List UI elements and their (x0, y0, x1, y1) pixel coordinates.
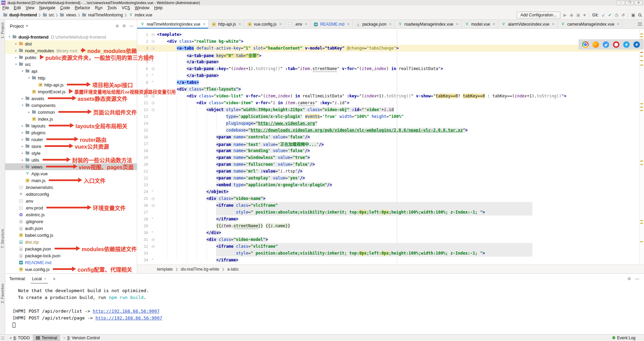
chevron-right-icon[interactable]: ▸ (14, 56, 18, 59)
tool-window-switcher-icon[interactable] (1, 336, 4, 340)
editor-tab-roadwayManage-index.vue[interactable]: VroadwayManage\index.vue✕ (395, 20, 462, 28)
chevron-right-icon[interactable]: ▸ (27, 110, 31, 114)
close-icon[interactable]: ✕ (279, 22, 282, 26)
code-line[interactable]: 25 <div class="video-name"> (137, 195, 639, 202)
code-line[interactable]: 27 style=" position:absolute;visibility:… (137, 209, 639, 216)
tree-item-vue.config.js[interactable]: JSvue.config.jsconfig配置、代理相关 (5, 266, 137, 273)
menu-code[interactable]: Code (58, 5, 72, 10)
code-breadcrumb-item[interactable]: template (157, 267, 173, 272)
tree-item-.env.prod[interactable]: .env.prod环境变量文件 (5, 204, 137, 211)
code-line[interactable]: 29 {{item.streetName}} {{i.name}} (137, 222, 639, 229)
tree-item-index.js[interactable]: JSindex.js (5, 115, 137, 122)
tab-list-button[interactable] (638, 20, 644, 28)
code-line[interactable]: 34^ </iframe> (137, 257, 639, 263)
safari-browser-icon[interactable] (603, 41, 609, 48)
code-line[interactable]: 23 <embed type="application/x-google-vlc… (137, 181, 639, 188)
fold-marker-icon[interactable] (152, 204, 157, 207)
code-line[interactable]: 8^ </a-tabs> (137, 79, 639, 86)
chevron-right-icon[interactable]: ▸ (14, 42, 18, 45)
menu-refactor[interactable]: Refactor (72, 5, 92, 10)
chevron-down-icon[interactable]: ▾ (7, 35, 12, 39)
code-line[interactable]: 13 type='application/x-vlc-plugin' event… (137, 113, 639, 120)
debug-icon[interactable]: ◉ (570, 13, 573, 17)
fold-marker-icon[interactable]: ^ (152, 74, 157, 77)
tree-item-.gitignore[interactable]: ⊘.gitignore (5, 218, 137, 225)
fold-marker-icon[interactable] (152, 197, 157, 200)
tree-item-babel.config.js[interactable]: JSbabel.config.js (5, 232, 137, 238)
tree-item-dist[interactable]: ▸dist (5, 40, 137, 47)
close-icon[interactable]: ✕ (238, 22, 241, 26)
tree-item-components[interactable]: ▾components (5, 102, 137, 109)
code-line[interactable]: 19 <param name="windowless" value="true"… (137, 154, 639, 161)
code-line[interactable]: 5^ </a-tab-pane> (137, 58, 639, 65)
tree-item-importExcel.js[interactable]: JSimportExcel.js暴露环境变量地址给图片or视频资源路径变量引用 (5, 88, 137, 95)
fold-marker-icon[interactable] (152, 238, 157, 241)
breadcrumb-item-views[interactable]: views (59, 13, 76, 17)
terminal-tab-local[interactable]: Local ✕ (31, 274, 48, 284)
chevron-down-icon[interactable]: ▾ (20, 104, 25, 107)
code-line[interactable]: 20 <param name='fullscreen' value='false… (137, 161, 639, 168)
maximize-button[interactable]: ❐ (626, 1, 634, 5)
menu-navigate[interactable]: Navigate (37, 5, 58, 10)
code-line[interactable]: 22 <param name='autoplay' value='yes'/> (137, 175, 639, 181)
close-icon[interactable]: ✕ (456, 22, 458, 26)
fold-marker-icon[interactable] (152, 245, 157, 248)
tree-item-layouts[interactable]: ▸layoutslayouts全局布局相关 (5, 122, 137, 129)
code-line[interactable]: 18 <param name='branding' value='false'/… (137, 147, 639, 154)
breadcrumb-item-index.vue[interactable]: Vindex.vue (128, 13, 152, 17)
git-commit-icon[interactable]: ✔ (608, 13, 612, 17)
chevron-right-icon[interactable]: ▸ (20, 97, 25, 100)
tool-window-structure[interactable]: 7: Structure (0, 229, 4, 248)
tree-item-dist.zip[interactable]: dist.zip (5, 238, 137, 245)
git-history-icon[interactable]: ◷ (615, 13, 618, 17)
code-line[interactable]: 30^ </div> (137, 229, 639, 236)
code-line[interactable]: 7^ </a-tab-pane> (137, 72, 639, 79)
close-icon[interactable]: ✕ (347, 22, 349, 26)
fold-marker-icon[interactable]: ^ (152, 81, 157, 84)
tool-window-project[interactable]: 1: Project (0, 23, 4, 38)
tree-item-common[interactable]: ▸common页面公共组件文件 (5, 109, 137, 115)
tree-item-.env[interactable]: .env (5, 197, 137, 204)
close-icon[interactable]: ✕ (44, 277, 46, 281)
tree-item-duoji-frontend[interactable]: ▾duoji-frontendD:\zheheWeb\duoji-fronten… (5, 33, 137, 40)
menu-tools[interactable]: Tools (105, 5, 119, 10)
code-line[interactable]: 10 <div class="video-list" v-for="(item,… (137, 93, 639, 99)
tree-item-plugins[interactable]: ▸plugins (5, 129, 137, 136)
minimize-button[interactable]: – (617, 1, 625, 5)
fold-marker-icon[interactable] (152, 33, 157, 36)
tool-window-favorites[interactable]: 2: Favorites (0, 284, 4, 303)
tree-item-http[interactable]: ▾http (5, 74, 137, 81)
tree-item-auth.json[interactable]: {}auth.json (5, 225, 137, 232)
chevron-right-icon[interactable]: ▸ (20, 158, 25, 162)
editor-tab-realTimeMonitoring-index.vue[interactable]: VrealTimeMonitoring\index.vue✕ (137, 20, 209, 28)
ie-browser-icon[interactable]: e (623, 41, 630, 48)
code-line[interactable]: 17 <param name='text' value='正在加载视频中...'… (137, 140, 639, 147)
chevron-right-icon[interactable]: ▸ (20, 124, 25, 127)
editor-tab-README.md[interactable]: MDREADME.md✕ (311, 20, 353, 28)
editor-tab-alarmVideos-index.vue[interactable]: ValarmVideos\index.vue✕ (498, 20, 558, 28)
chevron-right-icon[interactable]: ▸ (20, 138, 25, 141)
error-stripe-scrollbar[interactable] (639, 29, 644, 264)
chrome-browser-icon[interactable] (582, 41, 589, 48)
code-line[interactable]: 21 <param name='mrl' :value='i.rtsp'/> (137, 168, 639, 175)
fold-marker-icon[interactable] (152, 67, 157, 70)
tree-item-store[interactable]: ▸storevuex公共资源 (5, 143, 137, 150)
tree-item-utils[interactable]: ▸utils封装的一些公共函数方法 (5, 156, 137, 163)
terminal-settings-icon[interactable]: ⚙ (627, 276, 631, 281)
git-rollback-icon[interactable]: ↺ (621, 13, 625, 17)
menu-vcs[interactable]: VCS (119, 5, 132, 10)
statusbar-terminal[interactable]: >_Terminal (33, 335, 60, 341)
terminal-link[interactable]: http://192.168.66.56:9007 (93, 309, 160, 314)
tree-item-.editorconfig[interactable]: ⚙.editorconfig (5, 191, 137, 197)
fold-marker-icon[interactable] (152, 40, 157, 43)
statusbar-event-log[interactable]: Event Log (609, 335, 639, 341)
breadcrumb-item-src[interactable]: src (42, 13, 54, 17)
menu-file[interactable]: File (0, 5, 11, 10)
code-line[interactable]: 9 <div class="flex-layouts"> (137, 86, 639, 93)
tree-item-style[interactable]: ▸style (5, 150, 137, 156)
close-icon[interactable]: ✕ (203, 22, 205, 26)
editor-tab-.env[interactable]: .env✕ (285, 20, 311, 28)
hide-panel-icon[interactable]: — (129, 24, 133, 28)
chevron-down-icon[interactable]: ▾ (27, 76, 31, 80)
tree-item-.eslintrc.js[interactable]: .eslintrc.js (5, 211, 137, 218)
